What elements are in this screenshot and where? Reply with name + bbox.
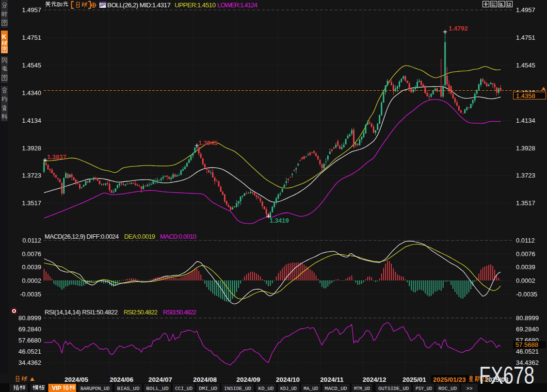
svg-text:1.4134: 1.4134	[516, 117, 535, 124]
svg-text:0.0002: 0.0002	[516, 277, 535, 284]
svg-text:0.0076: 0.0076	[516, 250, 535, 258]
svg-text:MACD(26,12,9) DIFF:0.0024: MACD(26,12,9) DIFF:0.0024	[45, 233, 119, 240]
svg-text:0.0112: 0.0112	[516, 237, 535, 244]
svg-text:1.4358: 1.4358	[516, 92, 535, 99]
svg-text:1.4340: 1.4340	[22, 89, 41, 97]
svg-text:1.3928: 1.3928	[22, 145, 41, 152]
svg-text:1.3723: 1.3723	[22, 172, 41, 179]
svg-text:1.3837: 1.3837	[47, 153, 66, 161]
svg-text:1.4545: 1.4545	[22, 62, 41, 69]
svg-text:46.0521: 46.0521	[516, 348, 539, 355]
svg-text:UPPER:1.4510: UPPER:1.4510	[175, 1, 216, 9]
svg-text:RSI3:50.4822: RSI3:50.4822	[163, 309, 196, 316]
svg-text:LOWER:1.4124: LOWER:1.4124	[217, 1, 257, 9]
svg-text:0.0112: 0.0112	[22, 237, 41, 244]
svg-text:DEA:0.0019: DEA:0.0019	[124, 233, 155, 240]
svg-text:RSI2:50.4822: RSI2:50.4822	[124, 309, 158, 316]
svg-text:RSI(14,14,14) RSI1:50.4822: RSI(14,14,14) RSI1:50.4822	[45, 309, 118, 316]
svg-text:1.4751: 1.4751	[22, 34, 41, 41]
svg-text:1.3517: 1.3517	[516, 199, 535, 207]
svg-text:K: K	[2, 33, 6, 40]
svg-text:1.4957: 1.4957	[22, 6, 41, 14]
svg-text:MACD:0.0010: MACD:0.0010	[160, 233, 196, 240]
svg-text:1.3723: 1.3723	[516, 172, 535, 179]
svg-text:69.2840: 69.2840	[18, 326, 41, 333]
svg-text:57.5688: 57.5688	[515, 341, 538, 348]
svg-text:80.8999: 80.8999	[18, 314, 41, 322]
svg-text:1.4792: 1.4792	[449, 25, 468, 32]
svg-text:FX678: FX678	[479, 362, 534, 389]
svg-text:1.3928: 1.3928	[516, 145, 535, 152]
svg-text:1.3945: 1.3945	[198, 139, 218, 147]
svg-text:1.4134: 1.4134	[22, 117, 41, 124]
svg-text:-0.0035: -0.0035	[20, 291, 41, 298]
svg-text:1.3419: 1.3419	[270, 217, 289, 224]
svg-text:BOLL(26,2) MID:1.4317: BOLL(26,2) MID:1.4317	[107, 1, 171, 9]
svg-text:80.8999: 80.8999	[516, 314, 539, 322]
svg-text:0.0076: 0.0076	[22, 250, 41, 258]
svg-text:57.6680: 57.6680	[18, 337, 41, 344]
svg-text:-0.0035: -0.0035	[516, 291, 537, 298]
svg-text:1.3517: 1.3517	[22, 199, 41, 207]
svg-text:0.0039: 0.0039	[516, 263, 535, 271]
svg-text:0.0002: 0.0002	[22, 277, 41, 284]
svg-text:46.0521: 46.0521	[18, 348, 41, 355]
svg-text:0.0039: 0.0039	[22, 263, 41, 271]
svg-text:1.4751: 1.4751	[516, 34, 535, 41]
svg-text:1.4545: 1.4545	[516, 62, 535, 69]
svg-text:69.2840: 69.2840	[516, 326, 539, 333]
svg-text:1.4957: 1.4957	[516, 6, 535, 14]
